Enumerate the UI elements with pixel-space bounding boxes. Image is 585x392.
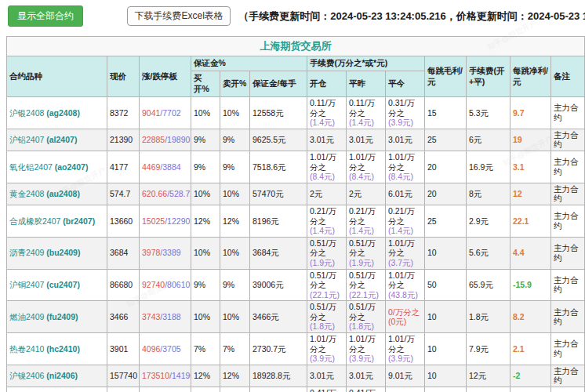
contract-cell: 合成橡胶2407 (br2407)	[7, 205, 107, 237]
contract-link[interactable]: 热卷2410 (hc2410)	[9, 344, 80, 354]
remark-cell: 主力合约	[551, 333, 585, 365]
margin-per-lot-cell: 7518.6元	[250, 151, 307, 183]
fee-close-old-cell: 0.51/万分之(1.9元)	[347, 237, 386, 269]
contract-link[interactable]: 沪银2408 (ag2408)	[9, 108, 80, 118]
table-row: 合成橡胶2407 (br2407)1366015025/1229012%12%8…	[7, 205, 585, 237]
col-header-fee-close-today: 平今	[386, 71, 425, 97]
remark-cell: 主力合约	[551, 237, 585, 269]
tick-net-cell: 21.2	[511, 387, 551, 392]
fee-close-today-cell: 1.01/万分之(3.9元)	[386, 333, 425, 365]
fee-close-old-cell: 3.01元	[347, 365, 386, 387]
table-row: 沪镍2406 (ni2406)157740173510/14196012%12%…	[7, 365, 585, 387]
fee-close-today-cell: 1.01/万分之(43.8元)	[386, 269, 425, 301]
contract-link[interactable]: 合成橡胶2407 (br2407)	[9, 216, 95, 226]
remark-cell: 主力合约	[551, 301, 585, 333]
margin-sell-cell: 12%	[220, 205, 250, 237]
fee-open-cell: 0.51/万分之(1.8元)	[307, 301, 347, 333]
limit-cell: 4469/3884	[140, 151, 191, 183]
margin-sell-cell: 10%	[220, 301, 250, 333]
fee-total-cell: 16.9元	[467, 151, 511, 183]
contract-link[interactable]: 沪铝2407 (al2407)	[9, 135, 77, 144]
fee-total-cell: 7.9元	[467, 333, 511, 365]
fee-close-old-cell: 1.01/万分之(3.9元)	[347, 333, 386, 365]
margin-sell-cell: 10%	[220, 183, 250, 205]
tick-net-cell: 2.1	[511, 333, 551, 365]
margin-buy-cell: 10%	[191, 237, 220, 269]
contract-cell: 沪镍2406 (ni2406)	[7, 365, 107, 387]
fee-total-cell: 1.8元	[467, 301, 511, 333]
col-header-margin-per-lot: 保证金/每手	[250, 71, 307, 97]
margin-per-lot-cell: 3684元	[250, 237, 307, 269]
fee-close-today-cell: 9.01元	[386, 365, 425, 387]
fee-close-today-cell: 1.01/万分之(3.7元)	[386, 237, 425, 269]
margin-sell-cell: 7%	[220, 333, 250, 365]
table-row: 燃油2409 (fu2409)34663743/318810%10%3466元0…	[7, 301, 585, 333]
exchange-title: 上海期货交易所	[7, 37, 585, 56]
margin-buy-cell: 8%	[191, 387, 220, 392]
margin-per-lot-cell: 2730.7元	[250, 333, 307, 365]
price-cell: 3684	[107, 237, 140, 269]
margin-sell-cell: 9%	[220, 151, 250, 183]
fee-close-today-cell: 0/万分之(0元)	[386, 301, 425, 333]
fee-close-old-cell: 0.11/万分之(1.4元)	[347, 97, 386, 129]
col-header-remark: 备注	[551, 56, 585, 97]
contract-link[interactable]: 沪铜2407 (cu2407)	[9, 280, 80, 289]
fee-total-cell: 65.9元	[467, 269, 511, 301]
fee-open-cell: 1.01/万分之(3.9元)	[307, 333, 347, 365]
margin-per-lot-cell: 8196元	[250, 205, 307, 237]
fee-total-cell: 6元	[467, 129, 511, 151]
tick-net-cell: 8.2	[511, 301, 551, 333]
shfe-fees-table: 上海期货交易所 合约品种 现价 涨/跌停板 保证金% 手续费(万分之*或*元) …	[6, 36, 585, 392]
tick-gross-cell: 10	[425, 365, 467, 387]
margin-per-lot-cell: 9625.5元	[250, 129, 307, 151]
fee-total-cell: 8元	[467, 183, 511, 205]
contract-link[interactable]: 沥青2409 (bu2409)	[9, 248, 80, 257]
price-cell: 13660	[107, 205, 140, 237]
limit-cell: 620.66/528.72	[140, 183, 191, 205]
fee-total-cell: 12元	[467, 365, 511, 387]
tick-net-cell: -15.9	[511, 269, 551, 301]
show-all-contracts-button[interactable]: 显示全部合约	[8, 5, 83, 27]
col-header-fee-total: 手续费(开+平)	[467, 56, 511, 97]
fee-open-cell: 3.01元	[307, 365, 347, 387]
fee-close-old-cell: 0.51/万分之(22.1元)	[347, 269, 386, 301]
download-excel-button[interactable]: 下载手续费Excel表格	[127, 6, 230, 26]
margin-per-lot-cell: 39006元	[250, 269, 307, 301]
margin-per-lot-cell: 12558元	[250, 97, 307, 129]
limit-cell: 22885/19890	[140, 129, 191, 151]
margin-sell-cell: 10%	[220, 97, 250, 129]
contract-cell: 沪铜2407 (cu2407)	[7, 269, 107, 301]
margin-buy-cell: 10%	[191, 97, 220, 129]
contract-link[interactable]: 黄金2408 (au2408)	[9, 189, 80, 198]
price-cell: 157740	[107, 365, 140, 387]
remark-cell: 主力合约	[551, 205, 585, 237]
margin-sell-cell: 12%	[220, 365, 250, 387]
fee-open-cell: 0.51/万分之(22.1元)	[307, 269, 347, 301]
remark-cell: 主力合约	[551, 387, 585, 392]
margin-buy-cell: 7%	[191, 333, 220, 365]
price-cell: 4177	[107, 151, 140, 183]
margin-buy-cell: 12%	[191, 205, 220, 237]
contract-cell: 沪铅2407 (pb2407)	[7, 387, 107, 392]
fee-total-cell: 3.8元	[467, 387, 511, 392]
contract-link[interactable]: 氧化铝2407 (ao2407)	[9, 162, 88, 172]
fee-open-cell: 0.41/万分之(3.8元)	[307, 387, 347, 392]
table-row: 沪铜2407 (cu2407)8668092740/806109%9%39006…	[7, 269, 585, 301]
tick-net-cell: 12	[511, 183, 551, 205]
fees-table-wrapper: 上海期货交易所 合约品种 现价 涨/跌停板 保证金% 手续费(万分之*或*元) …	[6, 36, 585, 392]
table-row: 沥青2409 (bu2409)36843978/338910%10%3684元0…	[7, 237, 585, 269]
contract-link[interactable]: 沪镍2406 (ni2406)	[9, 371, 78, 380]
tick-gross-cell: 15	[425, 97, 467, 129]
contract-cell: 黄金2408 (au2408)	[7, 183, 107, 205]
table-row: 沪铅2407 (pb2407)1855519665/174408%8%7422元…	[7, 387, 585, 392]
margin-buy-cell: 12%	[191, 365, 220, 387]
limit-cell: 4096/3705	[140, 333, 191, 365]
tick-net-cell: 22.1	[511, 205, 551, 237]
col-header-fee-close-old: 平昨	[347, 71, 386, 97]
margin-buy-cell: 9%	[191, 151, 220, 183]
remark-cell: 主力合约	[551, 183, 585, 205]
price-cell: 86680	[107, 269, 140, 301]
contract-link[interactable]: 燃油2409 (fu2409)	[9, 312, 78, 321]
fee-close-old-cell: 3.01元	[347, 129, 386, 151]
price-cell: 21390	[107, 129, 140, 151]
